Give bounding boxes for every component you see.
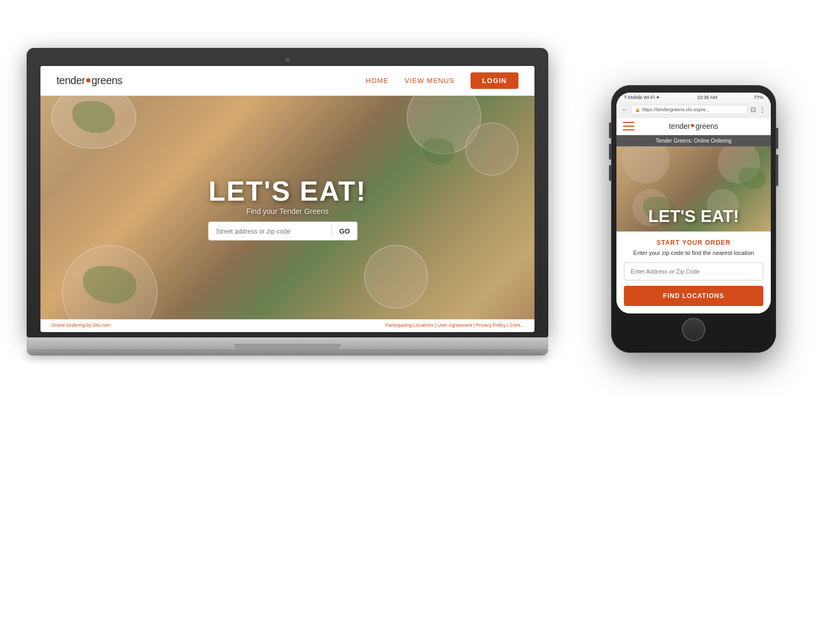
laptop-body: tender greens HOME VIEW MENUS LOGIN (27, 48, 548, 337)
laptop-go-button[interactable]: GO (332, 222, 357, 241)
food-plate-4 (364, 245, 428, 309)
phone-url-bar: ← 🔒 https://tendergreens.olo.expre... ⊡ … (616, 102, 771, 118)
phone-status-bar: T-Mobile Wi-Fi ✦ 10:36 AM 77% (616, 93, 771, 102)
hamburger-icon[interactable] (623, 122, 635, 130)
lock-icon: 🔒 (635, 108, 640, 112)
phone-salad-1 (739, 168, 765, 189)
laptop-logo: tender greens (56, 75, 122, 87)
laptop-footer-right: Participating Locations | User Agreement… (385, 323, 524, 328)
phone-url-input[interactable]: 🔒 https://tendergreens.olo.expre... (631, 105, 747, 114)
laptop-login-button[interactable]: LOGIN (471, 72, 518, 89)
phone-start-order-label: START YOUR ORDER (624, 239, 763, 246)
laptop-nav-links: HOME VIEW MENUS LOGIN (366, 72, 518, 89)
phone-page-title: Tender Greens: Online Ordering (616, 135, 771, 146)
laptop: tender greens HOME VIEW MENUS LOGIN (27, 48, 548, 356)
laptop-footer-left: Online Ordering by Olo.com (51, 323, 111, 328)
more-icon[interactable]: ⋮ (759, 106, 765, 113)
food-plate-5 (465, 122, 518, 176)
phone-hero: LET'S EAT! (616, 146, 771, 232)
phone-zip-input[interactable] (624, 262, 763, 280)
phone: T-Mobile Wi-Fi ✦ 10:36 AM 77% ← 🔒 https:… (611, 85, 776, 353)
phone-home-button[interactable] (682, 318, 705, 341)
laptop-camera (285, 57, 290, 62)
back-icon[interactable]: ← (622, 106, 628, 113)
phone-find-locations-button[interactable]: FIND LOCATIONS (624, 286, 763, 306)
volume-down-button (609, 165, 611, 181)
laptop-search-input[interactable] (208, 222, 331, 240)
phone-hero-text: LET'S EAT! (616, 206, 771, 226)
phone-logo: tender greens (669, 122, 719, 130)
laptop-screen: tender greens HOME VIEW MENUS LOGIN (40, 66, 534, 332)
volume-up-button (609, 144, 611, 160)
laptop-hero-search: GO (208, 222, 357, 241)
phone-logo-text-2: greens (695, 122, 718, 130)
laptop-footer: Online Ordering by Olo.com Participating… (40, 319, 534, 331)
scene: tender greens HOME VIEW MENUS LOGIN (0, 0, 840, 628)
phone-time: 10:36 AM (697, 95, 717, 100)
laptop-base (27, 337, 548, 349)
phone-battery: 77% (754, 95, 763, 100)
phone-logo-dot (691, 124, 694, 127)
phone-url-text: https://tendergreens.olo.expre... (642, 107, 710, 112)
laptop-hero-overlay: LET'S EAT! Find your Tender Greens GO (208, 175, 366, 241)
power-button (776, 128, 778, 149)
phone-logo-text-1: tender (669, 122, 690, 130)
phone-nav-bar: tender greens (616, 118, 771, 135)
phone-hero-title: LET'S EAT! (616, 206, 771, 226)
phone-find-text: Enter your zip code to find the nearest … (624, 250, 763, 256)
laptop-logo-text-1: tender (56, 75, 85, 87)
laptop-nav-menus[interactable]: VIEW MENUS (405, 77, 455, 85)
tab-icon[interactable]: ⊡ (751, 106, 756, 113)
mute-button (609, 122, 611, 138)
laptop-foot (27, 349, 548, 356)
phone-plate-1 (622, 146, 670, 184)
salad-3 (423, 138, 455, 165)
laptop-nav: tender greens HOME VIEW MENUS LOGIN (40, 66, 534, 96)
laptop-hero: LET'S EAT! Find your Tender Greens GO (40, 96, 534, 319)
phone-content: START YOUR ORDER Enter your zip code to … (616, 232, 771, 313)
phone-screen: T-Mobile Wi-Fi ✦ 10:36 AM 77% ← 🔒 https:… (616, 93, 771, 313)
laptop-hero-subtitle: Find your Tender Greens (208, 207, 366, 216)
phone-carrier: T-Mobile Wi-Fi ✦ (624, 95, 661, 100)
laptop-nav-home[interactable]: HOME (366, 77, 389, 85)
laptop-logo-dot (86, 78, 90, 82)
volume-button-right (776, 154, 778, 186)
phone-body: T-Mobile Wi-Fi ✦ 10:36 AM 77% ← 🔒 https:… (611, 85, 776, 353)
laptop-hero-title: LET'S EAT! (208, 175, 366, 207)
laptop-logo-text-2: greens (92, 75, 122, 87)
